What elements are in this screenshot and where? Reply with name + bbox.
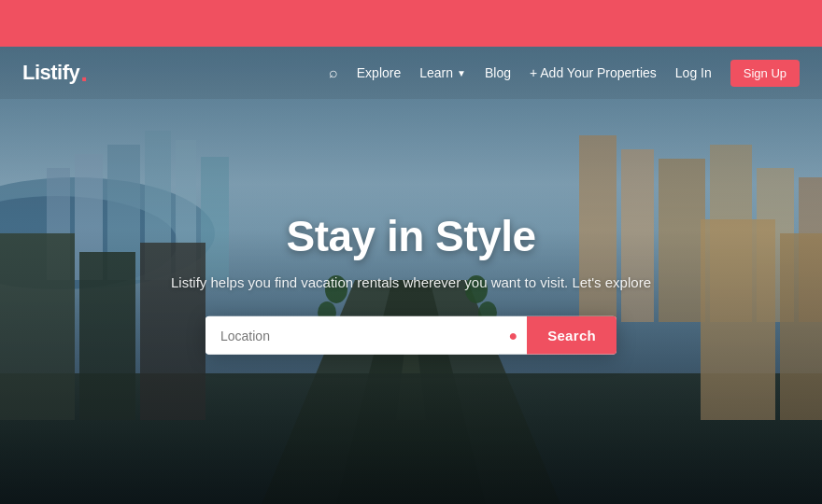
nav-explore[interactable]: Explore — [357, 65, 401, 80]
search-button[interactable]: Search — [527, 316, 616, 355]
nav-links: ⌕ Explore Learn ▼ Blog + Add Your Proper… — [329, 60, 800, 87]
hero-section: Listify . ⌕ Explore Learn ▼ Blog + Add Y… — [0, 47, 822, 504]
search-icon[interactable]: ⌕ — [329, 64, 338, 81]
nav-signup[interactable]: Sign Up — [730, 60, 800, 87]
logo-dot: . — [80, 60, 87, 86]
hero-content: Stay in Style Listify helps you find vac… — [131, 211, 691, 355]
location-pin-icon: ● — [499, 327, 527, 343]
nav-learn[interactable]: Learn ▼ — [419, 65, 466, 80]
nav-add-properties[interactable]: + Add Your Properties — [530, 65, 657, 80]
top-bar — [0, 0, 822, 47]
navbar: Listify . ⌕ Explore Learn ▼ Blog + Add Y… — [0, 47, 822, 99]
nav-login[interactable]: Log In — [675, 65, 712, 80]
search-bar: ● Search — [206, 316, 616, 355]
hero-subtitle: Listify helps you find vacation rentals … — [131, 274, 691, 290]
hero-title: Stay in Style — [131, 211, 691, 261]
nav-blog[interactable]: Blog — [485, 65, 511, 80]
learn-chevron-icon: ▼ — [457, 68, 466, 78]
location-input[interactable] — [206, 316, 499, 354]
logo[interactable]: Listify . — [22, 60, 88, 86]
logo-text: Listify — [22, 61, 79, 85]
